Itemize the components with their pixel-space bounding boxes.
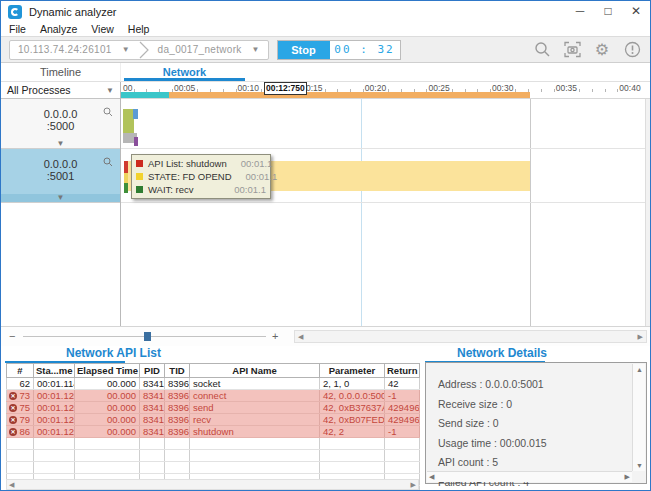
column-header[interactable]: API Name [190, 364, 320, 378]
api-table-row[interactable]: ✕7900:01.12300.00083418396recv42, 0xB07F… [7, 414, 420, 426]
detail-line: Receive size : 0 [438, 398, 646, 410]
api-cell-empty [140, 462, 165, 474]
row-zoom-icon[interactable] [103, 153, 113, 171]
row-zoom-icon[interactable] [103, 103, 113, 121]
tooltip-row: API List: shutdown00:01.1 [136, 157, 266, 170]
zoom-slider-handle[interactable] [144, 332, 151, 341]
maximize-button[interactable]: □ [594, 1, 622, 22]
chart-row-5001[interactable]: API List: shutdown00:01.1STATE: FD OPEND… [121, 149, 650, 203]
api-cell-empty [140, 438, 165, 450]
menu-help[interactable]: Help [128, 23, 150, 35]
ruler-label: 00:40 [619, 83, 640, 93]
timeline-horizontal-scrollbar[interactable]: ◀ ▶ [294, 330, 647, 343]
stop-button[interactable]: Stop [278, 41, 330, 59]
details-title: Network Details [457, 347, 650, 360]
ruler-tick [579, 89, 580, 92]
chevron-down-icon: ▼ [122, 45, 130, 54]
api-cell-empty [75, 462, 140, 474]
api-cell: shutdown [190, 426, 320, 438]
scroll-right-icon[interactable]: ▶ [625, 473, 630, 481]
close-button[interactable]: ✕ [622, 1, 650, 22]
api-cell: 00.000 [75, 390, 140, 402]
api-cell-empty [385, 462, 420, 474]
ruler-tick [541, 89, 542, 92]
screenshot-icon[interactable] [562, 40, 582, 60]
chart-vertical-scrollbar[interactable] [645, 99, 650, 326]
api-table-horizontal-scrollbar[interactable]: ◀ ▶ [6, 479, 419, 490]
api-cell-empty [7, 450, 34, 462]
timeline-chart[interactable]: 0000:0500:1000:1500:2000:2500:3000:3500:… [121, 82, 650, 326]
process-row-5001[interactable]: 0.0.0.0 :5001 ▼ [1, 149, 120, 203]
api-cell-empty [165, 450, 190, 462]
details-vertical-scrollbar[interactable]: ▲ ▼ [632, 364, 645, 471]
column-header[interactable]: Sta...me [34, 364, 75, 378]
event-block[interactable] [133, 109, 138, 119]
api-cell: 8341 [140, 426, 165, 438]
menu-file[interactable]: File [9, 23, 26, 35]
api-table-row[interactable]: ✕7300:01.12000.00083418396connect42, 0.0… [7, 390, 420, 402]
api-cell: connect [190, 390, 320, 402]
scroll-right-icon[interactable]: ▶ [638, 333, 643, 341]
process-row-5000[interactable]: 0.0.0.0 :5000 ▼ [1, 99, 120, 149]
project-select[interactable]: da_0017_network ▼ [150, 41, 268, 59]
api-cell: 42, 0xB37637A0 [320, 402, 385, 414]
error-icon: ✕ [9, 392, 17, 400]
breadcrumb-separator-icon [138, 41, 150, 59]
column-header[interactable]: Parameter [320, 364, 385, 378]
event-tooltip: API List: shutdown00:01.1STATE: FD OPEND… [131, 154, 271, 199]
scroll-down-icon[interactable]: ▼ [636, 462, 643, 469]
process-filter-select[interactable]: All Processes ▼ [1, 82, 120, 99]
time-marker: 00:12:750 [264, 82, 307, 95]
api-cell: 8396 [165, 414, 190, 426]
row-collapse-handle[interactable]: ▼ [1, 140, 120, 148]
device-select[interactable]: 10.113.74.24:26101 ▼ [10, 41, 138, 59]
chevron-down-icon: ▼ [252, 45, 260, 54]
about-icon[interactable] [622, 40, 642, 60]
scroll-right-icon[interactable]: ▶ [411, 481, 416, 489]
menu-analyze[interactable]: Analyze [40, 23, 77, 35]
chart-row-5000[interactable] [121, 99, 650, 149]
api-table-row[interactable]: ✕8600:01.12900.00083418396shutdown42, 2-… [7, 426, 420, 438]
search-icon[interactable] [532, 40, 552, 60]
tab-timeline[interactable]: Timeline [1, 63, 121, 81]
zoom-out-button[interactable]: − [9, 330, 15, 342]
api-table-row[interactable]: ✕7500:01.12000.00083418396send42, 0xB376… [7, 402, 420, 414]
event-block[interactable] [124, 173, 128, 183]
api-cell: 00:01.123 [34, 414, 75, 426]
column-header[interactable]: PID [140, 364, 165, 378]
scroll-left-icon[interactable]: ◀ [298, 333, 303, 341]
scroll-left-icon[interactable]: ◀ [429, 473, 434, 481]
legend-swatch-icon [136, 173, 143, 180]
ruler-label: 00:35 [556, 83, 577, 93]
time-ruler[interactable]: 0000:0500:1000:1500:2000:2500:3000:3500:… [121, 82, 650, 99]
api-cell: -1 [385, 390, 420, 402]
api-table-row[interactable]: 6200:01.11400.00083418396socket2, 1, 042 [7, 378, 420, 390]
scroll-up-icon[interactable]: ▲ [636, 366, 643, 373]
ruler-tick [592, 89, 593, 92]
api-cell-empty [34, 450, 75, 462]
column-header[interactable]: TID [165, 364, 190, 378]
bottom-section: Network API List #Sta...meElapsed TimePI… [1, 346, 650, 491]
api-cell: 42, 0xB07FED00 [320, 414, 385, 426]
timeline-controls: − + ◀ ▶ [1, 326, 650, 346]
api-cell: 42 [385, 378, 420, 390]
column-header[interactable]: Return [385, 364, 420, 378]
menu-view[interactable]: View [91, 23, 114, 35]
api-cell-empty [75, 450, 140, 462]
ruler-progress-bar [121, 92, 169, 98]
zoom-in-button[interactable]: + [272, 330, 278, 342]
column-header[interactable]: Elapsed Time [75, 364, 140, 378]
minimize-button[interactable]: ─ [566, 1, 594, 22]
event-block[interactable] [124, 161, 128, 173]
column-header[interactable]: # [7, 364, 34, 378]
event-block[interactable] [134, 137, 138, 146]
event-block[interactable] [124, 183, 128, 193]
api-table[interactable]: #Sta...meElapsed TimePIDTIDAPI NameParam… [6, 363, 420, 491]
settings-icon[interactable]: ⚙ [592, 40, 612, 60]
api-cell: 42949672 [385, 414, 420, 426]
details-horizontal-scrollbar[interactable]: ◀ ▶ [427, 471, 632, 482]
row-collapse-handle[interactable]: ▼ [1, 194, 120, 202]
api-cell-empty [34, 438, 75, 450]
scroll-left-icon[interactable]: ◀ [9, 481, 14, 489]
tab-network[interactable]: Network [121, 63, 248, 81]
